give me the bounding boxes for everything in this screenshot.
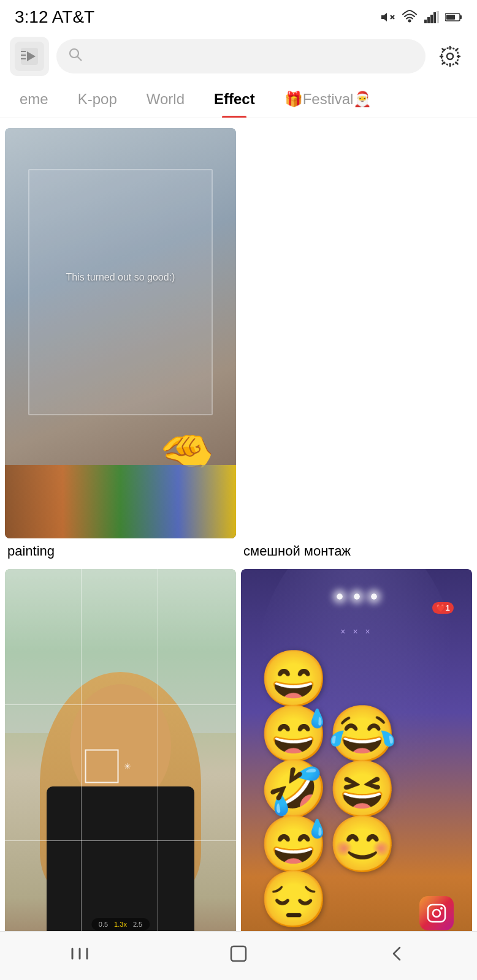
svg-rect-7	[433, 12, 436, 23]
svg-rect-11	[446, 15, 455, 20]
nav-menu-button[interactable]	[55, 938, 104, 974]
svg-line-18	[77, 56, 82, 61]
zoom-bar: 0.5 1.3x 2.5	[91, 918, 150, 930]
video-card-camera[interactable]: ✳ 0.5 1.3x 2.5	[5, 569, 236, 980]
content-grid: This turned out so good:) 🤏 painting сме…	[0, 118, 477, 980]
svg-point-23	[440, 907, 443, 910]
video-card-emoji[interactable]: × × × 😄😅😂🤣😆😅😊😔 ❤️1	[241, 569, 472, 980]
instagram-badge	[419, 896, 454, 930]
header	[0, 32, 477, 81]
video-label-painting: painting	[5, 538, 236, 564]
settings-button[interactable]	[433, 39, 467, 74]
svg-rect-21	[428, 905, 445, 922]
status-time: 3:12 AT&T	[15, 7, 94, 27]
svg-rect-5	[427, 17, 430, 23]
tab-effect[interactable]: Effect	[199, 81, 270, 118]
menu-icon	[70, 945, 90, 967]
battery-icon	[445, 9, 462, 26]
tab-meme[interactable]: eme	[5, 81, 63, 118]
svg-point-17	[70, 49, 78, 58]
status-icons	[379, 9, 462, 26]
svg-rect-27	[231, 946, 246, 961]
svg-rect-10	[460, 15, 462, 19]
video-thumb-empty	[241, 128, 472, 538]
svg-marker-0	[381, 13, 387, 21]
back-icon	[390, 944, 405, 968]
wifi-icon	[401, 9, 418, 26]
bottom-nav	[0, 931, 477, 980]
mute-icon	[379, 9, 396, 26]
video-thumb-camera: ✳ 0.5 1.3x 2.5	[5, 569, 236, 979]
app-logo[interactable]	[10, 37, 49, 76]
home-icon	[229, 944, 248, 968]
nav-back-button[interactable]	[373, 938, 422, 974]
tabs-container: eme K-pop World Effect 🎁Festival🎅	[0, 81, 477, 118]
search-bar[interactable]	[56, 39, 425, 74]
svg-rect-4	[424, 20, 427, 23]
tab-festival[interactable]: 🎁Festival🎅	[270, 81, 387, 118]
signal-icon	[423, 9, 440, 26]
video-thumb-painting: This turned out so good:) 🤏	[5, 128, 236, 538]
tab-world[interactable]: World	[132, 81, 199, 118]
video-card-painting[interactable]: This turned out so good:) 🤏 painting	[5, 128, 236, 564]
app-logo-inner	[15, 42, 44, 71]
svg-point-3	[409, 20, 411, 22]
painting-overlay-text: This turned out so good:)	[66, 272, 175, 283]
svg-point-22	[433, 910, 440, 917]
video-label-smeshnoy: смешной монтаж	[241, 538, 472, 564]
svg-rect-6	[430, 15, 433, 23]
heart-badge: ❤️1	[432, 602, 454, 614]
status-bar: 3:12 AT&T	[0, 0, 477, 32]
svg-point-19	[447, 53, 453, 59]
nav-home-button[interactable]	[214, 938, 263, 974]
tab-kpop[interactable]: K-pop	[63, 81, 132, 118]
svg-rect-8	[437, 11, 439, 23]
search-icon	[69, 48, 82, 65]
video-thumb-emoji: × × × 😄😅😂🤣😆😅😊😔 ❤️1	[241, 569, 472, 979]
video-card-smeshnoy[interactable]: смешной монтаж	[241, 128, 472, 564]
